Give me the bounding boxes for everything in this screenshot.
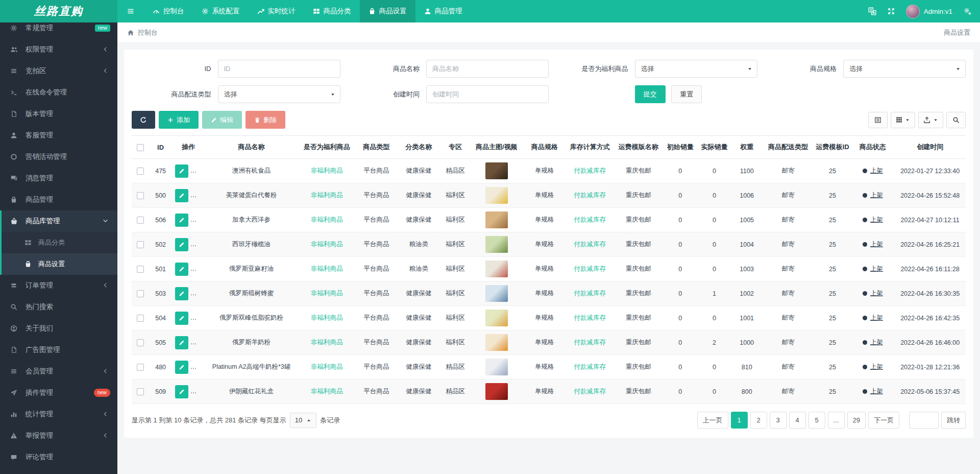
add-button[interactable]: 添加 xyxy=(159,111,199,129)
column-header[interactable]: 实际销量 xyxy=(697,136,731,159)
column-header[interactable]: 分类名称 xyxy=(397,136,440,159)
product-image[interactable] xyxy=(485,260,508,277)
columns-button[interactable] xyxy=(891,112,915,128)
nav-item-4[interactable]: 商品设置 xyxy=(360,0,415,22)
language-button[interactable] xyxy=(868,7,876,15)
prev-page-button[interactable]: 上一页 xyxy=(697,412,728,429)
column-header[interactable]: ID xyxy=(149,136,172,159)
sidebar-item[interactable]: 常规管理new xyxy=(0,22,117,39)
delete-button[interactable]: 删除 xyxy=(246,111,285,129)
reset-button[interactable]: 重置 xyxy=(671,85,702,103)
edit-button[interactable]: 编辑 xyxy=(202,111,242,129)
product-image[interactable] xyxy=(485,310,508,326)
column-header[interactable]: 商品主图/视频 xyxy=(470,136,523,159)
search-toggle-button[interactable] xyxy=(946,112,966,128)
row-edit-button[interactable] xyxy=(175,287,188,300)
page-button-29[interactable]: 29 xyxy=(847,412,866,429)
sidebar-item[interactable]: 关于我们 xyxy=(0,318,117,339)
product-image[interactable] xyxy=(485,236,508,253)
row-edit-button[interactable] xyxy=(175,385,188,398)
status-toggle[interactable]: 上架 xyxy=(863,216,883,224)
product-image[interactable] xyxy=(485,383,508,400)
sidebar-item[interactable]: 竞拍区 xyxy=(0,60,117,82)
fullscreen-button[interactable] xyxy=(888,8,895,15)
page-button-5[interactable]: 5 xyxy=(808,412,825,429)
settings-button[interactable] xyxy=(964,8,972,15)
row-checkbox[interactable] xyxy=(137,266,144,273)
nav-item-3[interactable]: 商品分类 xyxy=(304,0,360,22)
page-button-2[interactable]: 2 xyxy=(750,412,767,429)
column-header[interactable]: 商品规格 xyxy=(523,136,566,159)
row-edit-button[interactable] xyxy=(175,238,188,251)
column-header[interactable]: 库存计算方式 xyxy=(566,136,614,159)
nav-item-1[interactable]: 系统配置 xyxy=(193,0,249,22)
status-toggle[interactable]: 上架 xyxy=(863,387,883,396)
row-edit-button[interactable] xyxy=(175,361,188,374)
jump-page-input[interactable] xyxy=(909,412,939,429)
delivery-filter-select[interactable]: 选择 xyxy=(218,85,340,103)
sidebar-item[interactable]: 评论管理 xyxy=(0,446,117,468)
welfare-filter-select[interactable]: 选择 xyxy=(635,60,757,78)
product-image[interactable] xyxy=(485,187,508,204)
column-header[interactable]: 操作 xyxy=(172,136,205,159)
sidebar-item[interactable]: 会员管理 xyxy=(0,361,117,382)
row-edit-button[interactable] xyxy=(175,214,188,227)
sidebar-item[interactable]: 营销活动管理 xyxy=(0,146,117,168)
detail-view-button[interactable] xyxy=(868,112,888,128)
row-edit-button[interactable] xyxy=(175,164,188,178)
sidebar-item[interactable]: 热门搜索 xyxy=(0,296,117,318)
created-filter-input[interactable] xyxy=(426,85,549,103)
page-button-...[interactable]: ... xyxy=(828,412,845,429)
column-header[interactable]: 商品配送类型 xyxy=(763,136,814,159)
breadcrumb-item-dashboard[interactable]: 控制台 xyxy=(127,28,158,37)
column-header[interactable]: 创建时间 xyxy=(894,136,966,159)
submit-button[interactable]: 提交 xyxy=(635,85,666,103)
brand-logo[interactable]: 丝路直购 xyxy=(0,0,117,22)
refresh-button[interactable] xyxy=(132,111,155,129)
status-toggle[interactable]: 上架 xyxy=(863,167,883,175)
status-toggle[interactable]: 上架 xyxy=(863,338,883,347)
sidebar-item[interactable]: 客服管理 xyxy=(0,125,117,146)
status-toggle[interactable]: 上架 xyxy=(863,289,883,298)
row-edit-button[interactable] xyxy=(175,189,188,202)
page-size-select[interactable]: 10 xyxy=(290,413,316,428)
sidebar-item[interactable]: 订单管理 xyxy=(0,275,117,296)
sidebar-item[interactable]: 消息管理 xyxy=(0,168,117,189)
next-page-button[interactable]: 下一页 xyxy=(868,412,899,429)
row-checkbox[interactable] xyxy=(137,315,144,322)
page-button-4[interactable]: 4 xyxy=(789,412,806,429)
spec-filter-select[interactable]: 选择 xyxy=(843,60,966,78)
export-button[interactable] xyxy=(918,112,943,128)
row-checkbox[interactable] xyxy=(137,192,144,199)
status-toggle[interactable]: 上架 xyxy=(863,240,883,249)
row-checkbox[interactable] xyxy=(137,339,144,346)
page-button-1[interactable]: 1 xyxy=(731,412,748,429)
product-image[interactable] xyxy=(485,285,508,302)
status-toggle[interactable]: 上架 xyxy=(863,314,883,322)
row-checkbox[interactable] xyxy=(137,364,144,371)
column-header[interactable]: 商品名称 xyxy=(205,136,298,159)
row-checkbox[interactable] xyxy=(137,217,144,224)
column-header[interactable]: 是否为福利商品 xyxy=(298,136,356,159)
product-image[interactable] xyxy=(485,334,508,351)
sidebar-item[interactable]: 举报管理 xyxy=(0,425,117,446)
sidebar-item[interactable]: 商品库管理 xyxy=(2,210,117,232)
nav-item-0[interactable]: 控制台 xyxy=(144,0,193,22)
row-checkbox[interactable] xyxy=(137,290,144,297)
column-header[interactable]: 权重 xyxy=(731,136,763,159)
nav-item-2[interactable]: 实时统计 xyxy=(249,0,304,22)
page-button-3[interactable]: 3 xyxy=(770,412,787,429)
jump-button[interactable]: 跳转 xyxy=(941,412,966,429)
column-header[interactable]: 商品状态 xyxy=(851,136,894,159)
sidebar-item[interactable]: 版本管理 xyxy=(0,103,117,125)
select-all-checkbox[interactable] xyxy=(137,144,144,151)
column-header[interactable]: 运费模板ID xyxy=(814,136,851,159)
sidebar-item[interactable]: 插件管理new xyxy=(0,382,117,404)
sidebar-item[interactable]: 统计管理 xyxy=(0,404,117,425)
sidebar-subitem[interactable]: 商品分类 xyxy=(2,232,117,253)
column-header[interactable]: 商品类型 xyxy=(356,136,397,159)
row-edit-button[interactable] xyxy=(175,263,188,276)
column-header[interactable]: 专区 xyxy=(440,136,471,159)
product-image[interactable] xyxy=(485,211,508,228)
sidebar-item[interactable]: 商品管理 xyxy=(0,189,117,210)
